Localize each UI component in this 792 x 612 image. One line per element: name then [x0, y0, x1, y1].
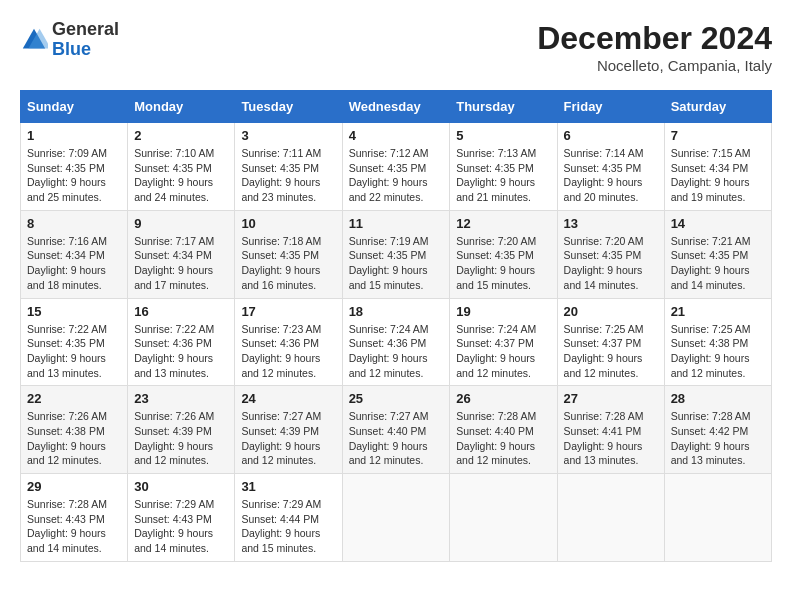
location-subtitle: Nocelleto, Campania, Italy	[537, 57, 772, 74]
calendar-cell: 6Sunrise: 7:14 AM Sunset: 4:35 PM Daylig…	[557, 123, 664, 211]
calendar-cell: 30Sunrise: 7:29 AM Sunset: 4:43 PM Dayli…	[128, 474, 235, 562]
day-info: Sunrise: 7:28 AM Sunset: 4:43 PM Dayligh…	[27, 497, 121, 556]
calendar-cell: 8Sunrise: 7:16 AM Sunset: 4:34 PM Daylig…	[21, 210, 128, 298]
calendar-cell: 28Sunrise: 7:28 AM Sunset: 4:42 PM Dayli…	[664, 386, 771, 474]
calendar-cell: 4Sunrise: 7:12 AM Sunset: 4:35 PM Daylig…	[342, 123, 450, 211]
day-info: Sunrise: 7:27 AM Sunset: 4:39 PM Dayligh…	[241, 409, 335, 468]
day-info: Sunrise: 7:25 AM Sunset: 4:38 PM Dayligh…	[671, 322, 765, 381]
day-number: 9	[134, 216, 228, 231]
calendar-cell	[557, 474, 664, 562]
day-info: Sunrise: 7:28 AM Sunset: 4:40 PM Dayligh…	[456, 409, 550, 468]
day-number: 21	[671, 304, 765, 319]
calendar-cell: 12Sunrise: 7:20 AM Sunset: 4:35 PM Dayli…	[450, 210, 557, 298]
calendar-cell: 27Sunrise: 7:28 AM Sunset: 4:41 PM Dayli…	[557, 386, 664, 474]
day-info: Sunrise: 7:19 AM Sunset: 4:35 PM Dayligh…	[349, 234, 444, 293]
day-number: 20	[564, 304, 658, 319]
day-number: 19	[456, 304, 550, 319]
calendar-cell: 22Sunrise: 7:26 AM Sunset: 4:38 PM Dayli…	[21, 386, 128, 474]
day-number: 8	[27, 216, 121, 231]
calendar-cell: 20Sunrise: 7:25 AM Sunset: 4:37 PM Dayli…	[557, 298, 664, 386]
calendar-cell: 15Sunrise: 7:22 AM Sunset: 4:35 PM Dayli…	[21, 298, 128, 386]
weekday-header-monday: Monday	[128, 91, 235, 123]
calendar-cell	[342, 474, 450, 562]
day-number: 24	[241, 391, 335, 406]
calendar-cell: 31Sunrise: 7:29 AM Sunset: 4:44 PM Dayli…	[235, 474, 342, 562]
weekday-header-wednesday: Wednesday	[342, 91, 450, 123]
calendar-cell: 5Sunrise: 7:13 AM Sunset: 4:35 PM Daylig…	[450, 123, 557, 211]
day-number: 25	[349, 391, 444, 406]
day-number: 15	[27, 304, 121, 319]
day-info: Sunrise: 7:24 AM Sunset: 4:37 PM Dayligh…	[456, 322, 550, 381]
day-number: 23	[134, 391, 228, 406]
day-number: 14	[671, 216, 765, 231]
day-number: 3	[241, 128, 335, 143]
day-info: Sunrise: 7:11 AM Sunset: 4:35 PM Dayligh…	[241, 146, 335, 205]
day-number: 18	[349, 304, 444, 319]
title-area: December 2024 Nocelleto, Campania, Italy	[537, 20, 772, 74]
page-header: General Blue December 2024 Nocelleto, Ca…	[20, 20, 772, 74]
day-info: Sunrise: 7:21 AM Sunset: 4:35 PM Dayligh…	[671, 234, 765, 293]
day-info: Sunrise: 7:09 AM Sunset: 4:35 PM Dayligh…	[27, 146, 121, 205]
day-number: 6	[564, 128, 658, 143]
day-info: Sunrise: 7:10 AM Sunset: 4:35 PM Dayligh…	[134, 146, 228, 205]
day-number: 30	[134, 479, 228, 494]
calendar-cell	[664, 474, 771, 562]
day-info: Sunrise: 7:29 AM Sunset: 4:44 PM Dayligh…	[241, 497, 335, 556]
calendar-cell: 21Sunrise: 7:25 AM Sunset: 4:38 PM Dayli…	[664, 298, 771, 386]
day-info: Sunrise: 7:14 AM Sunset: 4:35 PM Dayligh…	[564, 146, 658, 205]
day-number: 27	[564, 391, 658, 406]
day-info: Sunrise: 7:13 AM Sunset: 4:35 PM Dayligh…	[456, 146, 550, 205]
day-info: Sunrise: 7:28 AM Sunset: 4:42 PM Dayligh…	[671, 409, 765, 468]
calendar-cell: 16Sunrise: 7:22 AM Sunset: 4:36 PM Dayli…	[128, 298, 235, 386]
weekday-header-sunday: Sunday	[21, 91, 128, 123]
month-title: December 2024	[537, 20, 772, 57]
day-info: Sunrise: 7:22 AM Sunset: 4:35 PM Dayligh…	[27, 322, 121, 381]
day-info: Sunrise: 7:20 AM Sunset: 4:35 PM Dayligh…	[564, 234, 658, 293]
day-number: 31	[241, 479, 335, 494]
weekday-header-tuesday: Tuesday	[235, 91, 342, 123]
day-info: Sunrise: 7:26 AM Sunset: 4:39 PM Dayligh…	[134, 409, 228, 468]
day-number: 22	[27, 391, 121, 406]
day-number: 2	[134, 128, 228, 143]
day-info: Sunrise: 7:25 AM Sunset: 4:37 PM Dayligh…	[564, 322, 658, 381]
calendar-cell: 10Sunrise: 7:18 AM Sunset: 4:35 PM Dayli…	[235, 210, 342, 298]
day-number: 13	[564, 216, 658, 231]
day-info: Sunrise: 7:15 AM Sunset: 4:34 PM Dayligh…	[671, 146, 765, 205]
calendar-cell: 25Sunrise: 7:27 AM Sunset: 4:40 PM Dayli…	[342, 386, 450, 474]
day-info: Sunrise: 7:20 AM Sunset: 4:35 PM Dayligh…	[456, 234, 550, 293]
calendar-cell: 29Sunrise: 7:28 AM Sunset: 4:43 PM Dayli…	[21, 474, 128, 562]
calendar-week-row: 15Sunrise: 7:22 AM Sunset: 4:35 PM Dayli…	[21, 298, 772, 386]
calendar-cell: 14Sunrise: 7:21 AM Sunset: 4:35 PM Dayli…	[664, 210, 771, 298]
logo-icon	[20, 26, 48, 54]
calendar-cell: 18Sunrise: 7:24 AM Sunset: 4:36 PM Dayli…	[342, 298, 450, 386]
day-number: 4	[349, 128, 444, 143]
calendar-header-row: SundayMondayTuesdayWednesdayThursdayFrid…	[21, 91, 772, 123]
calendar-cell: 24Sunrise: 7:27 AM Sunset: 4:39 PM Dayli…	[235, 386, 342, 474]
day-number: 26	[456, 391, 550, 406]
day-info: Sunrise: 7:27 AM Sunset: 4:40 PM Dayligh…	[349, 409, 444, 468]
calendar-cell: 9Sunrise: 7:17 AM Sunset: 4:34 PM Daylig…	[128, 210, 235, 298]
day-info: Sunrise: 7:23 AM Sunset: 4:36 PM Dayligh…	[241, 322, 335, 381]
calendar-cell: 13Sunrise: 7:20 AM Sunset: 4:35 PM Dayli…	[557, 210, 664, 298]
weekday-header-thursday: Thursday	[450, 91, 557, 123]
day-number: 16	[134, 304, 228, 319]
day-info: Sunrise: 7:29 AM Sunset: 4:43 PM Dayligh…	[134, 497, 228, 556]
logo-text: General Blue	[52, 20, 119, 60]
weekday-header-friday: Friday	[557, 91, 664, 123]
calendar-cell: 3Sunrise: 7:11 AM Sunset: 4:35 PM Daylig…	[235, 123, 342, 211]
day-number: 5	[456, 128, 550, 143]
day-info: Sunrise: 7:16 AM Sunset: 4:34 PM Dayligh…	[27, 234, 121, 293]
day-number: 28	[671, 391, 765, 406]
day-info: Sunrise: 7:17 AM Sunset: 4:34 PM Dayligh…	[134, 234, 228, 293]
day-number: 10	[241, 216, 335, 231]
calendar-cell: 1Sunrise: 7:09 AM Sunset: 4:35 PM Daylig…	[21, 123, 128, 211]
calendar-cell: 17Sunrise: 7:23 AM Sunset: 4:36 PM Dayli…	[235, 298, 342, 386]
calendar-week-row: 1Sunrise: 7:09 AM Sunset: 4:35 PM Daylig…	[21, 123, 772, 211]
calendar-cell: 2Sunrise: 7:10 AM Sunset: 4:35 PM Daylig…	[128, 123, 235, 211]
day-info: Sunrise: 7:22 AM Sunset: 4:36 PM Dayligh…	[134, 322, 228, 381]
day-info: Sunrise: 7:12 AM Sunset: 4:35 PM Dayligh…	[349, 146, 444, 205]
day-number: 7	[671, 128, 765, 143]
calendar-cell: 11Sunrise: 7:19 AM Sunset: 4:35 PM Dayli…	[342, 210, 450, 298]
day-info: Sunrise: 7:28 AM Sunset: 4:41 PM Dayligh…	[564, 409, 658, 468]
calendar-cell: 7Sunrise: 7:15 AM Sunset: 4:34 PM Daylig…	[664, 123, 771, 211]
